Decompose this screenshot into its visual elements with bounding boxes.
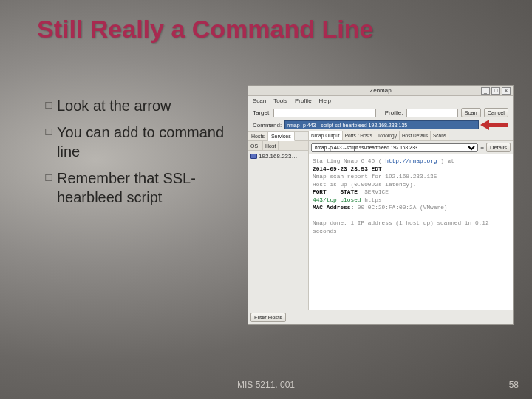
profile-select[interactable] (406, 109, 458, 117)
scan-button[interactable]: Scan (461, 108, 481, 117)
host-ip: 192.168.233… (259, 153, 298, 160)
tab-scans[interactable]: Scans (431, 131, 449, 140)
bullet-square-icon: □ (41, 123, 57, 161)
bullet-square-icon: □ (41, 168, 57, 207)
tab-ports-hosts[interactable]: Ports / Hosts (343, 131, 375, 140)
bullet-text: Remember that SSL-hearbleed script (57, 168, 233, 207)
tab-topology[interactable]: Topology (375, 131, 400, 140)
minimize-button[interactable]: _ (481, 87, 490, 95)
menu-profile[interactable]: Profile (295, 98, 312, 104)
col-host: Host (263, 141, 279, 150)
details-label: ≡ (480, 144, 484, 151)
bullet-item: □ Remember that SSL-hearbleed script (41, 168, 233, 207)
bullet-text: You can add to command line (57, 123, 233, 161)
maximize-button[interactable]: □ (491, 87, 500, 95)
bullet-square-icon: □ (41, 96, 57, 115)
bullet-item: □ Look at the arrow (41, 96, 233, 115)
menu-tools[interactable]: Tools (273, 98, 287, 104)
zenmap-window: Zenmap _ □ × Scan Tools Profile Help Tar… (248, 85, 514, 325)
red-arrow-icon (482, 121, 508, 129)
cancel-button[interactable]: Cancel (484, 108, 508, 117)
window-titlebar: Zenmap _ □ × (248, 86, 513, 96)
target-input[interactable] (273, 109, 375, 117)
filter-hosts-button[interactable]: Filter Hosts (250, 313, 286, 322)
tab-services[interactable]: Services (268, 132, 295, 141)
bullet-list: □ Look at the arrow □ You can add to com… (41, 96, 233, 214)
nmap-output-text: Starting Nmap 6.46 ( http://nmap.org ) a… (309, 154, 513, 310)
menu-bar: Scan Tools Profile Help (248, 96, 513, 106)
slide-number: 58 (509, 380, 519, 390)
close-button[interactable]: × (502, 87, 511, 95)
slide-footer: MIS 5211. 001 58 (0, 380, 532, 390)
slide-title: Still Really a Command Line (37, 15, 373, 44)
tab-nmap-output[interactable]: Nmap Output (309, 131, 343, 140)
target-label: Target: (253, 109, 270, 116)
menu-help[interactable]: Help (319, 98, 331, 104)
bullet-text: Look at the arrow (57, 96, 233, 115)
window-title: Zenmap (369, 87, 391, 94)
tab-hosts[interactable]: Hosts (248, 132, 268, 140)
output-select[interactable]: nmap -p 443 --script ssl-heartbleed 192.… (311, 143, 478, 152)
host-os-icon (250, 154, 257, 159)
side-pane: Hosts Services OS Host 192.168.233… (248, 131, 309, 310)
command-label: Command: (253, 122, 282, 129)
bullet-item: □ You can add to command line (41, 123, 233, 161)
col-os: OS (248, 141, 263, 150)
tab-host-details[interactable]: Host Details (400, 131, 431, 140)
footer-course: MIS 5211. 001 (0, 380, 532, 390)
details-button[interactable]: Details (486, 143, 511, 152)
profile-label: Profile: (385, 109, 403, 116)
menu-scan[interactable]: Scan (253, 98, 266, 104)
host-row[interactable]: 192.168.233… (248, 151, 308, 161)
command-input[interactable] (284, 120, 479, 129)
